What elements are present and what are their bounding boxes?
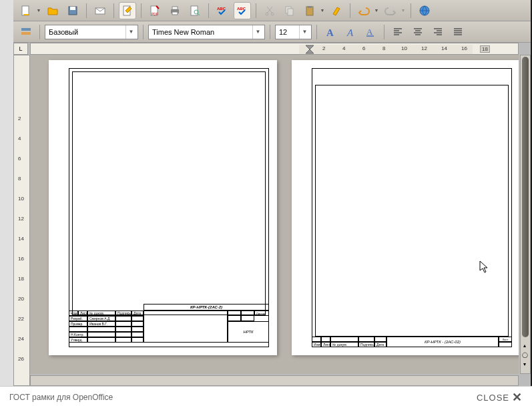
paragraph-style-dropdown[interactable]: ▼ — [125, 25, 136, 39]
ruler-mark: 16 — [18, 256, 24, 262]
new-dropdown[interactable]: ▼ — [36, 8, 41, 13]
ruler-mark: 6 — [362, 45, 365, 51]
spellcheck-button[interactable]: ABC — [214, 2, 231, 19]
hyperlink-button[interactable] — [416, 2, 433, 19]
print-preview-button[interactable] — [186, 2, 204, 19]
ruler-mark: 16 — [461, 45, 467, 51]
font-size-dropdown[interactable]: ▼ — [299, 25, 310, 39]
ruler-mark: 14 — [18, 236, 24, 242]
page-2: Изм Лист № докум. Подпись Дата КР-НРТК -… — [292, 60, 519, 355]
edit-document-button[interactable] — [119, 2, 136, 19]
font-name-input[interactable] — [149, 25, 252, 39]
ruler-mark: 10 — [401, 45, 407, 51]
ruler-mark: 26 — [18, 356, 24, 362]
align-center-button[interactable] — [409, 23, 427, 41]
app-window: ▼ PDF ABC ABC ▼ ▼ ▼ ▼ — [13, 0, 531, 386]
cut-button[interactable] — [261, 2, 278, 19]
nav-next-icon[interactable]: ▾ — [521, 360, 529, 368]
footer-bar: ГОСТ рамки для OpenOffice CLOSE ✕ — [0, 386, 532, 408]
svg-rect-9 — [172, 7, 178, 9]
auto-spellcheck-button[interactable]: ABC — [234, 2, 251, 19]
vertical-ruler[interactable]: 2 4 6 8 10 12 14 16 18 20 22 24 26 — [13, 55, 30, 386]
paragraph-style-combo[interactable]: ▼ — [45, 25, 138, 39]
close-label: CLOSE — [477, 393, 509, 403]
bold-button[interactable]: A — [322, 23, 339, 41]
vertical-scrollbar[interactable]: ▴ ◯ ▾ — [520, 55, 531, 374]
svg-rect-10 — [172, 12, 178, 15]
ruler-mark: 8 — [18, 176, 21, 182]
paragraph-style-input[interactable] — [45, 25, 125, 39]
svg-text:A: A — [346, 27, 354, 38]
doc-code: КР-НРТК-(2АС-2) — [144, 304, 269, 311]
svg-text:A: A — [326, 27, 334, 38]
ruler-mark: 2 — [18, 116, 21, 122]
document-canvas[interactable]: Изм Лист № докум. Подпись Дата Разраб. С… — [30, 55, 519, 374]
doc-code: КР-НРТК - (2АС-02) — [386, 337, 499, 347]
open-button[interactable] — [44, 2, 61, 19]
print-button[interactable] — [166, 2, 184, 19]
indent-marker-icon[interactable] — [305, 45, 314, 54]
ruler-mark: 10 — [18, 196, 24, 202]
ruler-mark: 2 — [322, 45, 325, 51]
ruler-mark: 14 — [441, 45, 447, 51]
left-strip — [0, 0, 13, 386]
close-button[interactable]: CLOSE ✕ — [477, 390, 523, 405]
svg-rect-18 — [288, 9, 293, 15]
format-paintbrush-button[interactable] — [328, 2, 345, 19]
ruler-mark: 22 — [18, 316, 24, 322]
title-block-small: Изм Лист № докум. Подпись Дата КР-НРТК -… — [312, 337, 512, 347]
redo-dropdown[interactable]: ▼ — [401, 8, 406, 13]
mail-button[interactable] — [91, 2, 109, 19]
ruler-mark: 12 — [421, 45, 427, 51]
ruler-mark: 6 — [18, 156, 21, 162]
font-name-dropdown[interactable]: ▼ — [252, 25, 263, 39]
align-left-button[interactable] — [389, 23, 407, 41]
ruler-corner[interactable]: L — [13, 43, 28, 55]
horizontal-ruler[interactable]: 2 4 6 8 10 12 14 16 18 — [30, 43, 519, 55]
close-icon: ✕ — [512, 390, 523, 405]
page-1: Изм Лист № докум. Подпись Дата Разраб. С… — [49, 60, 277, 355]
ruler-mark: 18 — [480, 45, 490, 53]
undo-dropdown[interactable]: ▼ — [374, 8, 379, 13]
nav-object-icon[interactable]: ◯ — [521, 351, 529, 359]
svg-rect-22 — [21, 28, 31, 31]
svg-rect-23 — [21, 32, 31, 35]
svg-rect-1 — [23, 14, 29, 15]
align-justify-button[interactable] — [449, 23, 467, 41]
underline-button[interactable]: A — [362, 23, 379, 41]
horizontal-scrollbar[interactable] — [30, 375, 519, 386]
styles-button[interactable] — [17, 23, 35, 41]
font-size-combo[interactable]: ▼ — [275, 25, 312, 39]
svg-rect-3 — [70, 7, 75, 10]
ruler-mark: 8 — [382, 45, 385, 51]
ruler-mark: 24 — [18, 336, 24, 342]
save-button[interactable] — [64, 2, 81, 19]
nav-prev-icon[interactable]: ▴ — [521, 341, 529, 349]
export-pdf-button[interactable]: PDF — [146, 2, 164, 19]
copy-button[interactable] — [281, 2, 298, 19]
italic-button[interactable]: A — [342, 23, 359, 41]
svg-rect-0 — [22, 6, 29, 15]
svg-rect-20 — [308, 6, 312, 8]
svg-text:A: A — [366, 27, 373, 37]
font-name-combo[interactable]: ▼ — [148, 25, 265, 39]
ruler-mark: 4 — [342, 45, 345, 51]
ruler-mark: 20 — [18, 296, 24, 302]
main-toolbar: ▼ PDF ABC ABC ▼ ▼ ▼ — [13, 0, 531, 21]
undo-button[interactable] — [355, 2, 372, 19]
formatting-toolbar: ▼ ▼ ▼ A A A — [13, 21, 531, 43]
new-document-button[interactable] — [17, 2, 35, 19]
svg-text:PDF: PDF — [152, 12, 158, 16]
ruler-mark: 4 — [18, 136, 21, 142]
align-right-button[interactable] — [429, 23, 447, 41]
font-size-input[interactable] — [276, 25, 299, 39]
scrollbar-thumb[interactable] — [522, 57, 529, 337]
footer-caption: ГОСТ рамки для OpenOffice — [9, 393, 113, 402]
ruler-mark: 12 — [18, 216, 24, 222]
workspace: L 2 4 6 8 10 12 14 16 18 2 4 6 8 10 12 1… — [13, 43, 531, 386]
paste-dropdown[interactable]: ▼ — [320, 8, 325, 13]
org-name: НРТК — [228, 321, 269, 343]
redo-button[interactable] — [382, 2, 399, 19]
title-block: Изм Лист № докум. Подпись Дата Разраб. С… — [69, 311, 269, 347]
paste-button[interactable] — [301, 2, 318, 19]
